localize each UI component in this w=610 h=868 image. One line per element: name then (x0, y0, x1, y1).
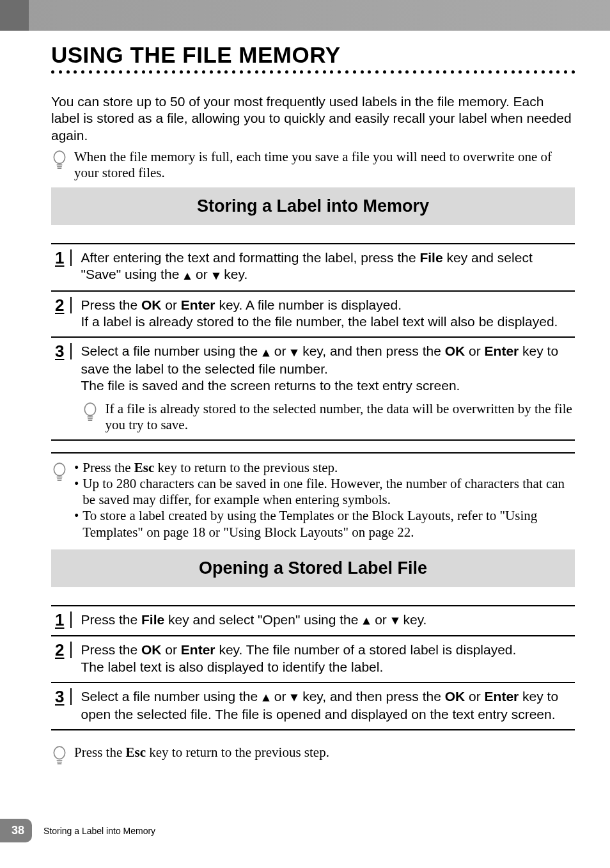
svg-point-6 (54, 463, 65, 475)
svg-marker-1 (184, 272, 191, 280)
text: The label text is also displayed to iden… (81, 659, 383, 674)
step-2: 2 Press the OK or Enter key. A file numb… (51, 290, 575, 337)
text: key. (400, 612, 427, 627)
bullet-item: •Press the Esc key to return to the prev… (74, 460, 575, 476)
step-3-note: If a file is already stored to the selec… (82, 401, 575, 433)
header-band (0, 0, 610, 31)
step-number: 2 (51, 642, 72, 658)
section1-notes: •Press the Esc key to return to the prev… (51, 460, 575, 541)
content-area: USING THE FILE MEMORY You can store up t… (51, 31, 575, 768)
down-arrow-icon (212, 267, 221, 284)
text: or (162, 642, 181, 657)
svg-marker-3 (262, 349, 269, 356)
bullet-item: •To store a label created by using the T… (74, 508, 575, 540)
footer-caption: Storing a Label into Memory (43, 826, 155, 836)
text: or (162, 297, 181, 312)
title-block: USING THE FILE MEMORY (51, 42, 575, 75)
step-3: 3 Select a file number using the or key,… (51, 336, 575, 440)
text: key, and then press the (299, 343, 444, 358)
step-number: 3 (51, 688, 72, 705)
section2-steps: 1 Press the File key and select "Open" u… (51, 605, 575, 730)
section-heading-opening: Opening a Stored Label File (51, 549, 575, 587)
intro-note: When the file memory is full, each time … (51, 149, 575, 181)
svg-point-0 (54, 151, 65, 163)
text: Press the (81, 612, 141, 627)
step-1: 1 Press the File key and select "Open" u… (51, 605, 575, 636)
key-ok: OK (445, 689, 465, 704)
intro-paragraph: You can store up to 50 of your most freq… (51, 93, 575, 144)
svg-marker-4 (291, 349, 298, 356)
key-file: File (141, 612, 164, 627)
bullet-item: •Up to 280 characters can be saved in on… (74, 476, 575, 508)
text: key. The file number of a stored label i… (215, 642, 517, 657)
lightbulb-icon (51, 462, 68, 541)
lightbulb-icon (82, 402, 98, 426)
text: Up to 280 characters can be saved in one… (82, 476, 575, 508)
step-text: Select a file number using the or key, a… (81, 688, 575, 723)
step-number: 1 (51, 249, 72, 266)
step-2: 2 Press the OK or Enter key. The file nu… (51, 635, 575, 682)
divider (51, 452, 575, 454)
page-title: USING THE FILE MEMORY (51, 42, 575, 68)
page-number: 38 (0, 819, 32, 842)
down-arrow-icon (290, 344, 299, 361)
text: key, and then press the (299, 689, 444, 704)
up-arrow-icon (262, 689, 270, 706)
section-heading-storing: Storing a Label into Memory (51, 187, 575, 225)
svg-marker-9 (262, 695, 269, 702)
key-esc: Esc (134, 460, 155, 475)
step-text: After entering the text and formatting t… (81, 249, 575, 284)
svg-marker-2 (212, 272, 219, 280)
key-enter: Enter (485, 343, 519, 358)
key-enter: Enter (181, 642, 215, 657)
text: or (465, 689, 484, 704)
bullet-list: •Press the Esc key to return to the prev… (74, 460, 575, 541)
text: Press the (82, 460, 134, 475)
up-arrow-icon (183, 267, 192, 284)
step-3-note-text: If a file is already stored to the selec… (105, 401, 575, 433)
text: key to return to the previous step. (146, 745, 329, 760)
header-corner (0, 0, 29, 31)
key-enter: Enter (485, 689, 519, 704)
lightbulb-icon (51, 150, 68, 172)
key-ok: OK (445, 343, 465, 358)
intro-note-text: When the file memory is full, each time … (74, 149, 575, 181)
down-arrow-icon (290, 689, 299, 706)
text: To store a label created by using the Te… (82, 508, 575, 540)
step-number: 1 (51, 612, 72, 628)
text: Select a file number using the (81, 343, 262, 358)
page: USING THE FILE MEMORY You can store up t… (0, 0, 610, 868)
lightbulb-icon (51, 746, 68, 768)
text: The file is saved and the screen returns… (81, 378, 460, 393)
up-arrow-icon (262, 344, 270, 361)
key-ok: OK (141, 297, 162, 312)
key-esc: Esc (126, 745, 146, 760)
svg-point-11 (54, 746, 65, 759)
svg-marker-7 (363, 618, 370, 625)
step-number: 2 (51, 297, 72, 313)
step-text: Select a file number using the or key, a… (81, 343, 575, 432)
step-1: 1 After entering the text and formatting… (51, 243, 575, 290)
text: Select a file number using the (81, 689, 262, 704)
section2-footnote-text: Press the Esc key to return to the previ… (74, 745, 329, 761)
footer: 38 Storing a Label into Memory (0, 819, 155, 842)
section2-footnote: Press the Esc key to return to the previ… (51, 745, 575, 768)
text: Press the (81, 297, 141, 312)
svg-marker-10 (291, 695, 298, 702)
text: or (465, 343, 484, 358)
key-file: File (419, 250, 442, 265)
key-enter: Enter (181, 297, 215, 312)
section1-steps: 1 After entering the text and formatting… (51, 243, 575, 441)
text: key to return to the previous step. (154, 460, 338, 475)
up-arrow-icon (362, 612, 371, 629)
text: key and select "Open" using the (164, 612, 362, 627)
step-text: Press the OK or Enter key. The file numb… (81, 642, 575, 675)
svg-marker-8 (391, 618, 398, 625)
step-text: Press the OK or Enter key. A file number… (81, 297, 575, 331)
text: If a label is already stored to the file… (81, 314, 558, 329)
down-arrow-icon (391, 612, 400, 629)
svg-point-5 (85, 403, 96, 415)
text: After entering the text and formatting t… (81, 250, 419, 265)
step-text: Press the File key and select "Open" usi… (81, 612, 575, 629)
key-ok: OK (141, 642, 162, 657)
